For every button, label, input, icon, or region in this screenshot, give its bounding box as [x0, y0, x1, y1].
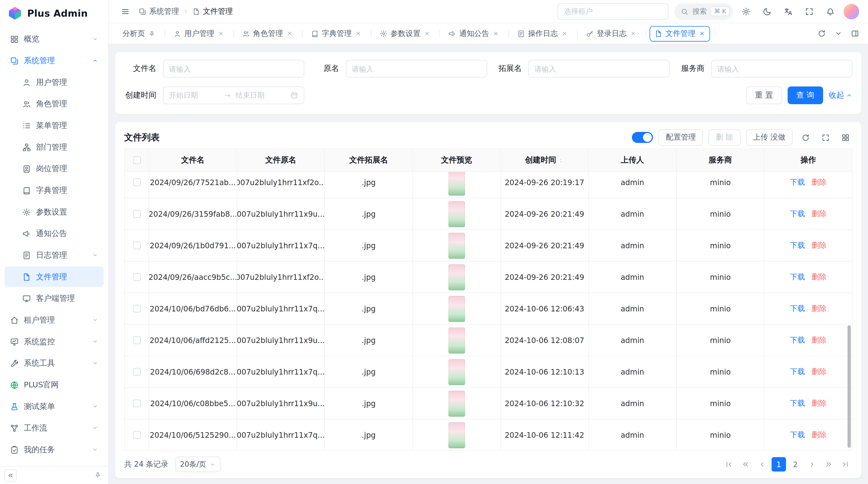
- pager-nav-button[interactable]: [805, 457, 819, 472]
- sidebar-item[interactable]: 字典管理: [4, 180, 104, 200]
- tab[interactable]: 用户管理: [165, 23, 234, 44]
- config-toggle-switch[interactable]: [632, 132, 653, 143]
- delete-link[interactable]: 删除: [812, 335, 827, 345]
- close-icon[interactable]: [699, 30, 705, 36]
- page-number-button[interactable]: 1: [772, 457, 786, 472]
- tabbar-action-button[interactable]: [847, 26, 863, 41]
- filter-input[interactable]: [163, 60, 304, 77]
- file-preview-thumbnail[interactable]: [448, 232, 465, 258]
- download-link[interactable]: 下载: [790, 304, 805, 314]
- file-preview-thumbnail[interactable]: [448, 201, 465, 227]
- tenant-select-input[interactable]: [558, 3, 669, 20]
- app-logo[interactable]: Plus Admin: [0, 0, 108, 27]
- sidebar-item[interactable]: 角色管理: [4, 94, 104, 114]
- close-icon[interactable]: [630, 30, 636, 36]
- page-number-button[interactable]: 2: [788, 457, 803, 472]
- delete-link[interactable]: 删除: [812, 304, 827, 314]
- header-icon-button[interactable]: [759, 4, 775, 19]
- file-preview-thumbnail[interactable]: [448, 390, 465, 417]
- sidebar-item[interactable]: 文件管理: [4, 266, 104, 287]
- row-checkbox[interactable]: [133, 210, 141, 218]
- sidebar-toggle-button[interactable]: [117, 4, 133, 19]
- sidebar-item[interactable]: 岗位管理: [4, 158, 104, 179]
- sidebar-collapse-button[interactable]: [4, 469, 17, 481]
- global-search-button[interactable]: 搜索 ⌘ K: [674, 3, 733, 20]
- pager-nav-button[interactable]: [755, 457, 769, 472]
- sidebar-item[interactable]: 测试菜单: [4, 396, 104, 417]
- close-icon[interactable]: [217, 30, 223, 36]
- sidebar-item[interactable]: 客户端管理: [4, 288, 104, 309]
- tab[interactable]: 字典管理: [302, 23, 371, 44]
- download-link[interactable]: 下载: [790, 430, 805, 440]
- close-icon[interactable]: [286, 30, 292, 36]
- row-checkbox[interactable]: [133, 368, 141, 376]
- file-preview-thumbnail[interactable]: [448, 422, 465, 448]
- row-checkbox[interactable]: [133, 336, 141, 344]
- file-preview-thumbnail[interactable]: [448, 172, 465, 195]
- table-tool-button[interactable]: [798, 130, 812, 144]
- sidebar-item[interactable]: 用户管理: [4, 72, 104, 93]
- user-avatar[interactable]: [844, 4, 859, 19]
- close-icon[interactable]: [424, 30, 430, 36]
- delete-link[interactable]: 删除: [812, 398, 827, 408]
- header-icon-button[interactable]: [738, 4, 754, 19]
- pager-nav-button[interactable]: [822, 457, 836, 472]
- tab[interactable]: 文件管理: [646, 23, 715, 44]
- file-preview-thumbnail[interactable]: [448, 327, 465, 353]
- download-link[interactable]: 下载: [790, 367, 805, 377]
- file-preview-thumbnail[interactable]: [448, 295, 465, 322]
- close-icon[interactable]: [355, 30, 361, 36]
- delete-link[interactable]: 删除: [812, 178, 827, 187]
- select-all-checkbox[interactable]: [133, 156, 141, 164]
- filter-input[interactable]: [711, 60, 852, 77]
- sidebar-item[interactable]: 系统工具: [4, 353, 104, 374]
- collapse-filters-link[interactable]: 收起: [829, 90, 852, 100]
- breadcrumb-item[interactable]: 系统管理: [138, 6, 179, 16]
- row-checkbox[interactable]: [133, 305, 141, 312]
- table-tool-button[interactable]: [838, 130, 852, 144]
- row-checkbox[interactable]: [133, 241, 141, 249]
- delete-button[interactable]: 删 除: [709, 129, 740, 146]
- reset-button[interactable]: 重 置: [746, 87, 782, 104]
- pager-nav-button[interactable]: [722, 457, 736, 472]
- pager-nav-button[interactable]: [838, 457, 852, 472]
- query-button[interactable]: 查 询: [787, 87, 823, 104]
- tabbar-action-button[interactable]: [830, 26, 846, 41]
- sidebar-item[interactable]: gitee记录: [4, 461, 104, 466]
- sidebar-item[interactable]: 通知公告: [4, 223, 104, 244]
- sidebar-pin-button[interactable]: [91, 469, 104, 481]
- table-scrollbar[interactable]: [847, 325, 851, 448]
- header-icon-button[interactable]: [802, 4, 817, 19]
- sidebar-item[interactable]: 部门管理: [4, 137, 104, 157]
- breadcrumb-item[interactable]: 文件管理: [192, 6, 233, 16]
- sidebar-item[interactable]: 系统管理: [4, 51, 104, 71]
- file-preview-thumbnail[interactable]: [448, 264, 465, 290]
- tab[interactable]: 分析页: [114, 23, 165, 44]
- sidebar-item[interactable]: 我的任务: [4, 440, 104, 460]
- download-link[interactable]: 下载: [790, 335, 805, 345]
- sidebar-item[interactable]: 日志管理: [4, 245, 104, 265]
- tab[interactable]: 操作日志: [508, 23, 577, 44]
- delete-link[interactable]: 删除: [812, 209, 827, 219]
- tab[interactable]: 登录日志: [577, 23, 646, 44]
- download-link[interactable]: 下载: [790, 209, 805, 219]
- sidebar-item[interactable]: 系统监控: [4, 331, 104, 352]
- tab[interactable]: 通知公告: [440, 23, 508, 44]
- sidebar-item[interactable]: 概览: [4, 29, 104, 50]
- delete-link[interactable]: 删除: [812, 272, 827, 282]
- sidebar-item[interactable]: 租户管理: [4, 310, 104, 330]
- row-checkbox[interactable]: [133, 179, 141, 186]
- upload-button[interactable]: 上传 没做: [746, 129, 793, 146]
- download-link[interactable]: 下载: [790, 240, 805, 251]
- tab[interactable]: 参数设置: [371, 23, 440, 44]
- page-size-select[interactable]: 20条/页: [175, 456, 220, 472]
- sidebar-item[interactable]: 菜单管理: [4, 115, 104, 136]
- download-link[interactable]: 下载: [790, 398, 805, 408]
- row-checkbox[interactable]: [133, 431, 141, 439]
- close-icon[interactable]: [561, 30, 567, 36]
- sidebar-item[interactable]: PLUS官网: [4, 375, 104, 395]
- pin-icon[interactable]: [148, 30, 155, 37]
- config-button[interactable]: 配置管理: [659, 129, 703, 146]
- date-range-picker[interactable]: 开始日期 结束日期: [163, 87, 304, 104]
- pager-nav-button[interactable]: [738, 457, 753, 472]
